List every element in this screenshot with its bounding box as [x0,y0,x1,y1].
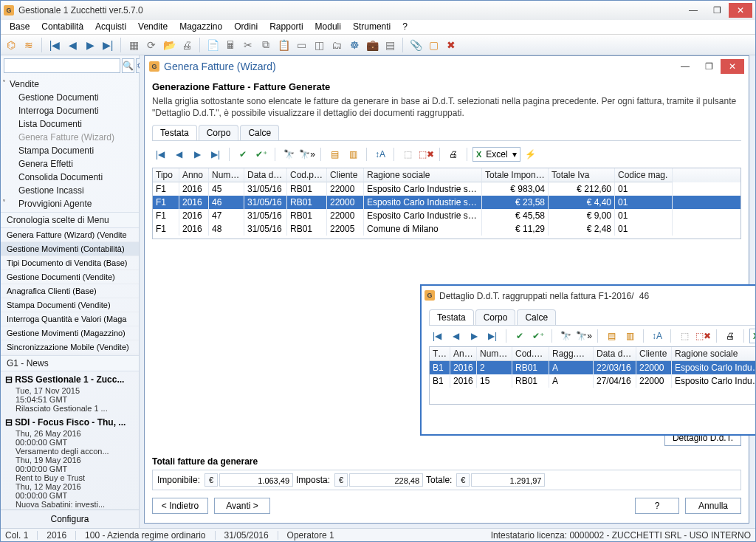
d-export-select[interactable]: XExcel▾ [749,329,755,343]
d-findnext-icon[interactable]: 🔭» [576,329,592,343]
tree-item[interactable]: Genera Effetti [1,157,139,171]
menu-magazzino[interactable]: Magazzino [175,21,227,32]
col-header[interactable]: Anno [450,347,477,361]
briefcase-icon[interactable]: 💼 [365,38,379,52]
prev-icon[interactable]: ◀ [65,38,80,52]
tree-item[interactable]: Genera Fatture (Wizard) [1,131,139,144]
tile-icon[interactable]: ◫ [312,38,326,52]
col-header[interactable]: Numero [209,168,244,182]
clearsel-icon[interactable]: ⬚✖ [418,147,434,162]
print2-icon[interactable]: 🖨 [445,147,461,162]
check2-icon[interactable]: ✔⁺ [253,147,269,162]
sidebar-search-input[interactable] [4,58,120,73]
col-header[interactable]: Cliente [327,168,364,182]
col-header[interactable]: Ragione sociale [672,347,755,361]
search-icon[interactable]: 🔍 [122,58,134,73]
history-item[interactable]: Sincronizzazione Mobile (Vendite) [1,340,139,354]
tree-item[interactable]: ˅Provvigioni Agente [1,197,139,210]
col-header[interactable]: Cliente [636,347,672,361]
rss-icon[interactable]: ≋ [21,38,36,52]
d-select-icon[interactable]: ⬚ [676,329,693,343]
tab-calce[interactable]: Calce [240,125,279,140]
detail-tab-corpo[interactable]: Corpo [475,309,516,325]
attach-icon[interactable]: 📎 [408,38,423,52]
d-next-icon[interactable]: ▶ [466,329,482,343]
table-row[interactable]: B120162RB01A22/03/1622000Esposito Carlo … [430,361,755,374]
col-header[interactable]: Ragione sociale [364,168,482,182]
maximize-button[interactable]: ❐ [705,3,729,18]
col-header[interactable]: Tipo [153,168,179,182]
col-header[interactable]: Anno [179,168,209,182]
menu-acquisti[interactable]: Acquisti [91,21,131,32]
d-cols-icon[interactable]: ▤ [603,329,619,343]
first-icon[interactable]: |◀ [47,38,62,52]
help-button[interactable]: ? [635,498,679,514]
menu-help[interactable]: ? [398,21,412,32]
find-icon[interactable]: 🔭 [281,147,297,162]
cancel-button[interactable]: Annulla [685,498,741,514]
d-clearsel-icon[interactable]: ⬚✖ [695,329,711,343]
menu-strumenti[interactable]: Strumenti [348,21,395,32]
d-find-icon[interactable]: 🔭 [557,329,574,343]
table-row[interactable]: F120164631/05/16RB0122000Esposito Carlo … [153,196,740,209]
d-print-icon[interactable]: 🖨 [722,329,738,343]
detail-tab-calce[interactable]: Calce [517,309,556,325]
grid-first-icon[interactable]: |◀ [152,147,168,162]
window-icon[interactable]: ▭ [294,38,309,52]
minimize-button[interactable]: ― [681,3,705,18]
col-header[interactable]: Tipo [430,347,450,361]
cut-icon[interactable]: ✂ [241,38,255,52]
tree-item[interactable]: Stampa Documenti [1,144,139,157]
doc-icon[interactable]: 📄 [205,38,220,52]
history-item[interactable]: Gestione Movimenti (Contabilità) [1,242,139,256]
d-check2-icon[interactable]: ✔⁺ [530,329,546,343]
grid-next-icon[interactable]: ▶ [189,147,205,162]
check-icon[interactable]: ✔ [235,147,251,162]
history-item[interactable]: Interroga Quantità e Valori (Maga [1,312,139,326]
wheel-icon[interactable]: ☸ [347,38,362,52]
calc-icon[interactable]: 🖩 [223,38,238,52]
history-item[interactable]: Tipi Documento di Vendita (Base) [1,256,139,270]
table-row[interactable]: F120164731/05/16RB0122000Esposito Carlo … [153,209,740,222]
col-header[interactable]: Data doc. [594,347,636,361]
menu-ordini[interactable]: Ordini [230,21,262,32]
menu-base[interactable]: Base [5,21,34,32]
col-header[interactable]: Totale Iva [549,168,615,182]
menu-rapporti[interactable]: Rapporti [265,21,307,32]
col-header[interactable]: Numero [477,347,512,361]
tab-testata[interactable]: Testata [152,125,197,140]
d-cols2-icon[interactable]: ▥ [622,329,638,343]
d-check-icon[interactable]: ✔ [512,329,528,343]
col-header[interactable]: Data doc. [244,168,287,182]
table-row[interactable]: F120164831/05/16RB0122005Comune di Milan… [153,222,740,236]
grid-icon[interactable]: ▦ [126,38,141,52]
tree-icon[interactable]: ⌬ [4,38,18,52]
detail-tab-testata[interactable]: Testata [429,309,474,325]
print-icon[interactable]: 🖨 [179,38,194,52]
findnext-icon[interactable]: 🔭» [299,147,315,162]
last-icon[interactable]: ▶| [100,38,115,52]
cascade-icon[interactable]: 🗂 [329,38,344,52]
d-first-icon[interactable]: |◀ [429,329,445,343]
col-header[interactable]: Totale Imponibile [482,168,549,182]
d-last-icon[interactable]: ▶| [484,329,501,343]
next-icon[interactable]: ▶ [83,38,97,52]
history-item[interactable]: Anagrafica Clienti (Base) [1,284,139,298]
paste-icon[interactable]: 📋 [276,38,291,52]
menu-contabilita[interactable]: Contabilità [37,21,88,32]
news-item-header[interactable]: ⊟ RSS Gestionale 1 - Zucc... [5,373,134,386]
history-item[interactable]: Genera Fatture (Wizard) (Vendite [1,228,139,242]
export-select[interactable]: XExcel▾ [472,147,520,162]
tree-item[interactable]: Interroga Documenti [1,104,139,117]
sort-icon[interactable]: ↕A [372,147,388,162]
grid-prev-icon[interactable]: ◀ [171,147,187,162]
col-header[interactable]: Ragg.D.d.T. [549,347,594,361]
cols-icon[interactable]: ▤ [326,147,343,162]
wizard-close-button[interactable]: ✕ [721,59,744,74]
select-icon[interactable]: ⬚ [399,147,416,162]
copy-icon[interactable]: ⧉ [258,38,273,52]
cancel-icon[interactable]: ✖ [444,38,458,52]
col-header[interactable]: Cod.pag. [512,347,549,361]
table-row[interactable]: F120164531/05/16RB0122000Esposito Carlo … [153,182,740,196]
history-item[interactable]: Stampa Documenti (Vendite) [1,298,139,312]
